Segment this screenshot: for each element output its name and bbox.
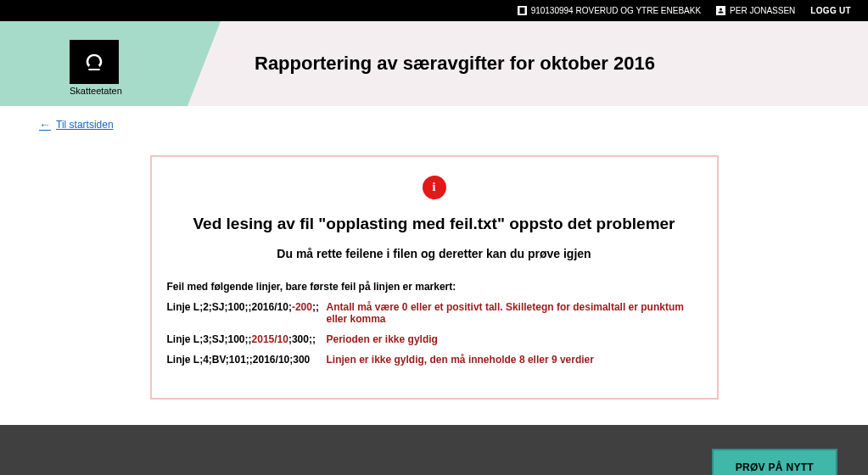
error-intro: Feil med følgende linjer, bare første fe… xyxy=(167,281,702,293)
error-list: Feil med følgende linjer, bare første fe… xyxy=(167,281,702,366)
topbar-org-label: 910130994 ROVERUD OG YTRE ENEBAKK xyxy=(531,6,701,15)
building-icon xyxy=(518,6,527,15)
page-header: Skatteetaten Rapportering av særavgifter… xyxy=(0,21,868,106)
topbar-user-label: PER JONASSEN xyxy=(730,6,795,15)
error-panel: i Ved lesing av fil "opplasting med feil… xyxy=(150,155,719,400)
error-subtitle: Du må rette feilene i filen og deretter … xyxy=(167,247,702,260)
error-row: Linje L;3;SJ;100;;2015/10;300;; Perioden… xyxy=(167,333,702,345)
arrow-left-icon: ← xyxy=(39,118,51,131)
topbar-org[interactable]: 910130994 ROVERUD OG YTRE ENEBAKK xyxy=(518,6,701,15)
error-message: Antall må være 0 eller et positivt tall.… xyxy=(327,301,702,325)
page-footer: PRØV PÅ NYTT xyxy=(0,425,868,475)
error-message: Linjen er ikke gyldig, den må inneholde … xyxy=(327,354,594,366)
person-icon xyxy=(716,6,725,15)
error-row: Linje L;2;SJ;100;;2016/10;-200;; Antall … xyxy=(167,301,702,325)
error-title: Ved lesing av fil "opplasting med feil.t… xyxy=(167,215,702,233)
back-link-label: Til startsiden xyxy=(56,119,114,131)
error-line: Linje L;4;BV;101;;2016/10;300 xyxy=(167,354,316,366)
topbar: 910130994 ROVERUD OG YTRE ENEBAKK PER JO… xyxy=(0,0,868,21)
error-line: Linje L;3;SJ;100;;2015/10;300;; xyxy=(167,333,316,345)
page-title: Rapportering av særavgifter for oktober … xyxy=(221,21,868,106)
brand-name: Skatteetaten xyxy=(70,86,122,96)
info-icon: i xyxy=(423,176,446,199)
error-row: Linje L;4;BV;101;;2016/10;300 Linjen er … xyxy=(167,354,702,366)
error-message: Perioden er ikke gyldig xyxy=(327,333,438,345)
error-line: Linje L;2;SJ;100;;2016/10;-200;; xyxy=(167,301,316,325)
header-logo-area: Skatteetaten xyxy=(0,21,221,106)
retry-button[interactable]: PRØV PÅ NYTT xyxy=(712,449,837,475)
topbar-user[interactable]: PER JONASSEN xyxy=(716,6,795,15)
breadcrumb: ← Til startsiden xyxy=(0,106,868,131)
back-link[interactable]: ← Til startsiden xyxy=(39,118,114,131)
brand-logo xyxy=(70,40,119,84)
main-content: i Ved lesing av fil "opplasting med feil… xyxy=(0,131,868,425)
logout-link[interactable]: LOGG UT xyxy=(810,6,851,15)
